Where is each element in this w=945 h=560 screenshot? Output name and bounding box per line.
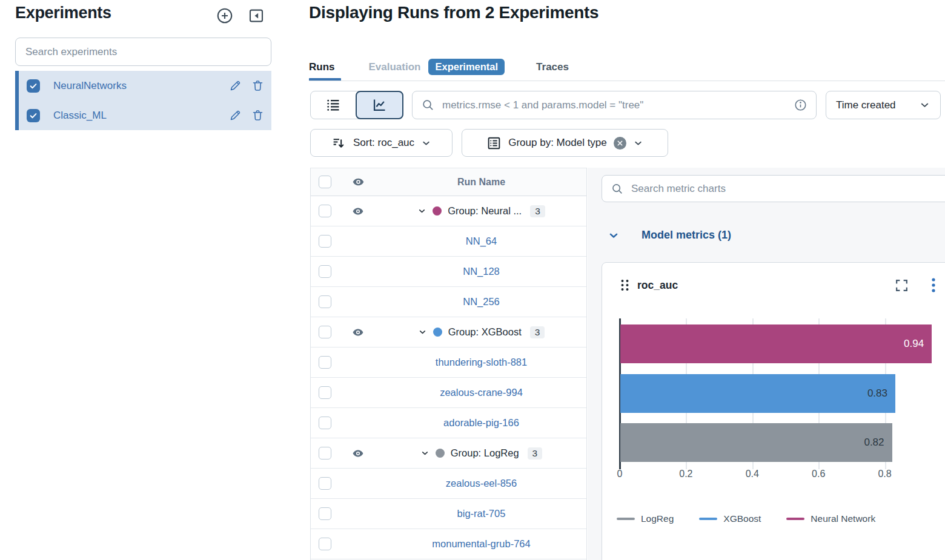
- drag-handle-icon[interactable]: [620, 278, 630, 292]
- run-name-link[interactable]: NN_256: [463, 296, 500, 308]
- run-name-link[interactable]: monumental-grub-764: [432, 538, 530, 550]
- experiment-item[interactable]: NeuralNetworks: [19, 71, 271, 100]
- row-visibility-icon[interactable]: [352, 326, 364, 338]
- legend-color-dash: [786, 518, 804, 521]
- app-root: Experiments NeuralNetworksClassic_ML Dis…: [0, 0, 945, 560]
- delete-experiment-icon[interactable]: [251, 79, 264, 92]
- run-name-link[interactable]: adorable-pig-166: [443, 417, 519, 429]
- row-visibility-icon[interactable]: [352, 205, 364, 217]
- row-visibility-icon[interactable]: [352, 447, 364, 460]
- group-row: Group: XGBoost3: [311, 317, 586, 348]
- search-icon: [611, 182, 624, 196]
- search-experiments-input[interactable]: [15, 38, 271, 66]
- group-by-dropdown[interactable]: Group by: Model type: [462, 129, 668, 157]
- edit-experiment-icon[interactable]: [229, 109, 242, 122]
- experimental-badge[interactable]: Experimental: [428, 59, 505, 75]
- row-checkbox[interactable]: [319, 326, 331, 338]
- legend-item[interactable]: LogReg: [617, 513, 674, 524]
- experiment-list: NeuralNetworksClassic_ML: [15, 71, 271, 130]
- run-name-link[interactable]: thundering-sloth-881: [436, 357, 527, 368]
- run-name-link[interactable]: NN_64: [466, 236, 497, 247]
- runs-table-body: Group: Neural ...3NN_64NN_128NN_256Group…: [311, 196, 586, 559]
- row-checkbox[interactable]: [319, 507, 331, 520]
- info-icon[interactable]: [794, 98, 807, 112]
- row-checkbox[interactable]: [319, 538, 331, 550]
- run-name-link[interactable]: zealous-crane-994: [440, 387, 523, 398]
- run-name-header: Run Name: [457, 177, 505, 188]
- row-checkbox[interactable]: [319, 386, 331, 399]
- chart-title: roc_auc: [637, 279, 678, 292]
- experiment-checkbox[interactable]: [27, 79, 40, 93]
- experiment-name[interactable]: NeuralNetworks: [53, 80, 127, 92]
- legend-item[interactable]: XGBoost: [699, 513, 761, 524]
- delete-experiment-icon[interactable]: [251, 109, 264, 122]
- search-metric-charts-input[interactable]: [631, 183, 943, 195]
- eye-icon: [352, 205, 364, 217]
- chevron-down-icon: [919, 99, 930, 111]
- eye-icon: [352, 447, 364, 460]
- run-row: zealous-crane-994: [311, 378, 586, 408]
- run-name-link[interactable]: NN_128: [463, 266, 500, 277]
- experiment-name[interactable]: Classic_ML: [53, 110, 107, 122]
- edit-experiment-icon[interactable]: [229, 79, 242, 92]
- tab-traces[interactable]: Traces: [536, 61, 569, 73]
- group-collapse-icon[interactable]: [418, 328, 427, 337]
- bar-xgboost: 0.83: [620, 374, 895, 413]
- legend-label: Neural Network: [811, 513, 875, 524]
- group-collapse-icon[interactable]: [420, 449, 429, 458]
- list-view-icon: [325, 97, 342, 113]
- model-metrics-section-toggle[interactable]: Model metrics (1): [608, 229, 731, 242]
- row-checkbox[interactable]: [319, 205, 331, 217]
- row-checkbox[interactable]: [319, 477, 331, 490]
- trash-icon: [251, 79, 264, 92]
- row-checkbox[interactable]: [319, 295, 331, 308]
- bar-chart-plot: 0.940.830.82: [620, 318, 936, 464]
- row-checkbox[interactable]: [319, 417, 331, 429]
- trash-icon: [251, 109, 264, 122]
- run-row: NN_64: [311, 226, 586, 257]
- run-row: NN_256: [311, 287, 586, 317]
- group-label: Group: LogReg: [451, 447, 519, 459]
- group-run-count: 3: [530, 205, 545, 217]
- chevron-down-icon: [633, 138, 643, 148]
- row-checkbox[interactable]: [319, 235, 331, 248]
- chart-view-button[interactable]: [356, 91, 403, 119]
- group-collapse-icon[interactable]: [417, 206, 426, 216]
- bar-logreg: 0.82: [620, 423, 892, 462]
- select-all-checkbox[interactable]: [319, 176, 331, 188]
- x-tick-label: 0.8: [878, 469, 891, 479]
- list-view-button[interactable]: [311, 91, 356, 119]
- time-created-dropdown[interactable]: Time created: [826, 91, 941, 119]
- sort-dropdown[interactable]: Sort: roc_auc: [310, 129, 453, 157]
- eye-icon: [352, 176, 365, 188]
- clear-group-by-icon[interactable]: [614, 137, 626, 150]
- collapse-sidebar-icon[interactable]: [247, 7, 265, 25]
- group-by-icon: [486, 136, 502, 151]
- x-tick-label: 0: [617, 469, 623, 479]
- run-name-link[interactable]: zealous-eel-856: [446, 478, 517, 489]
- chart-menu-icon[interactable]: [931, 277, 936, 293]
- tab-runs[interactable]: Runs: [309, 61, 335, 73]
- experiment-checkbox[interactable]: [27, 109, 40, 122]
- add-experiment-icon[interactable]: [216, 7, 234, 25]
- tab-evaluation[interactable]: Evaluation: [369, 61, 421, 73]
- chart-search: [602, 175, 945, 202]
- runs-filter-input[interactable]: [442, 99, 786, 111]
- group-color-dot: [433, 206, 442, 216]
- run-row: monumental-grub-764: [311, 529, 586, 559]
- visibility-column-icon[interactable]: [340, 176, 376, 188]
- experiments-title: Experiments: [15, 4, 111, 22]
- metric-chart-card: roc_auc 0.940.830.82 00.20.40.60.8 LogRe…: [602, 262, 945, 560]
- group-run-count: 3: [530, 326, 545, 338]
- row-checkbox[interactable]: [319, 356, 331, 369]
- legend-item[interactable]: Neural Network: [786, 513, 875, 524]
- run-name-link[interactable]: big-rat-705: [457, 508, 506, 519]
- expand-chart-icon[interactable]: [894, 278, 909, 293]
- experiment-item[interactable]: Classic_ML: [19, 100, 271, 130]
- group-color-dot: [436, 449, 445, 458]
- run-row: zealous-eel-856: [311, 469, 586, 499]
- chart-legend: LogRegXGBoostNeural Network: [617, 513, 945, 524]
- row-checkbox[interactable]: [319, 265, 331, 278]
- tab-bar: Runs Evaluation Experimental Traces: [309, 59, 569, 75]
- row-checkbox[interactable]: [319, 447, 331, 460]
